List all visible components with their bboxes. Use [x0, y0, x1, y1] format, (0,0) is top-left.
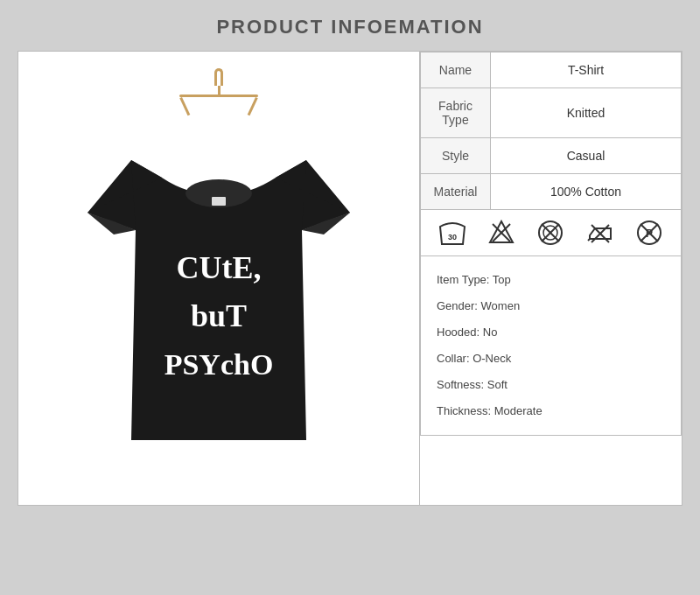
style-value: Casual — [491, 138, 682, 174]
info-panel: Name T-Shirt Fabric Type Knitted Style C… — [420, 51, 682, 506]
material-value: 100% Cotton — [491, 174, 682, 210]
no-iron-symbol — [586, 219, 614, 247]
table-row: Name T-Shirt — [421, 52, 682, 88]
no-dry-clean-symbol: P — [635, 219, 663, 247]
gender: Gender: Women — [437, 293, 665, 319]
fabric-label: Fabric Type — [421, 88, 491, 138]
wash-symbol: 30 — [438, 219, 466, 247]
svg-text:PSYchO: PSYchO — [164, 348, 274, 381]
svg-text:30: 30 — [448, 233, 457, 242]
style-label: Style — [421, 138, 491, 174]
svg-text:CUtE,: CUtE, — [177, 250, 262, 285]
collar: Collar: O-Neck — [437, 346, 665, 372]
product-info-table: Name T-Shirt Fabric Type Knitted Style C… — [420, 52, 682, 210]
page-title: PRODUCT INFOEMATION — [0, 0, 700, 51]
material-label: Material — [421, 174, 491, 210]
item-type: Item Type: Top — [437, 267, 665, 293]
thickness: Thickness: Moderate — [437, 398, 665, 424]
table-row: Material 100% Cotton — [421, 174, 682, 210]
no-tumble-dry-symbol — [536, 219, 564, 247]
name-value: T-Shirt — [491, 52, 682, 88]
tshirt-svg: CUtE, buT PSYchO — [61, 108, 376, 458]
care-symbols-row: 30 — [420, 210, 682, 256]
hooded: Hooded: No — [437, 319, 665, 346]
softness: Softness: Soft — [437, 372, 665, 398]
no-bleach-symbol — [487, 219, 515, 247]
product-image-panel: CUtE, buT PSYchO — [18, 51, 420, 506]
svg-text:buT: buT — [191, 298, 247, 333]
table-row: Style Casual — [421, 138, 682, 174]
svg-rect-1 — [212, 197, 226, 206]
table-row: Fabric Type Knitted — [421, 88, 682, 138]
extra-info-section: Item Type: Top Gender: Women Hooded: No … — [420, 256, 682, 436]
tshirt-container: CUtE, buT PSYchO — [35, 60, 402, 497]
name-label: Name — [421, 52, 491, 88]
fabric-value: Knitted — [491, 88, 682, 138]
